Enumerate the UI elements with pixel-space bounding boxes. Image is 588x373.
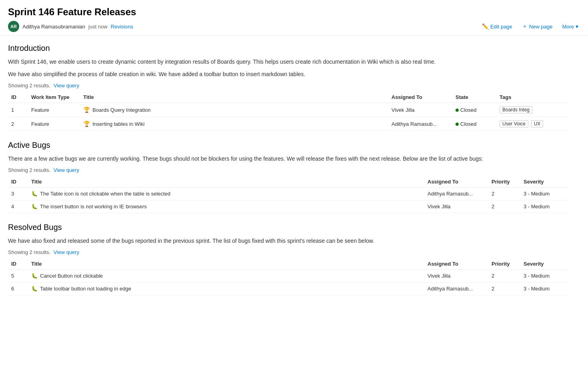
- row-title: 🐛 Table toolbar button not loading in ed…: [28, 282, 424, 295]
- intro-view-query-link[interactable]: View query: [54, 83, 79, 89]
- row-assigned: Adithya Ramasub...: [424, 282, 488, 295]
- row-assigned: Adithya Ramasub...: [388, 117, 452, 131]
- content: Introduction With Sprint 146, we enable …: [0, 36, 576, 306]
- row-priority: 2: [488, 200, 520, 213]
- intro-results-text: Showing 2 results.: [8, 83, 50, 89]
- table-row: 1 Feature 🏆 Boards Query Integration Viv…: [8, 103, 568, 117]
- row-title: 🏆 Boards Query Integration: [80, 103, 388, 117]
- more-button[interactable]: More ▾: [560, 22, 580, 30]
- row-assigned: Adithya Ramasub...: [424, 188, 488, 200]
- row-priority: 2: [488, 282, 520, 295]
- edit-icon: ✏️: [482, 23, 489, 30]
- table-row: 6 🐛 Table toolbar button not loading in …: [8, 282, 568, 295]
- intro-paragraph-2: We have also simplified the process of t…: [8, 70, 568, 79]
- bug-icon: 🐛: [31, 191, 38, 197]
- col-header-severity: Severity: [520, 258, 568, 270]
- active-bugs-table-header: ID Title Assigned To Priority Severity: [8, 176, 568, 188]
- intro-table: ID Work Item Type Title Assigned To Stat…: [8, 92, 568, 131]
- row-assigned: Vivek Jilla: [388, 103, 452, 117]
- section-title-resolved-bugs: Resolved Bugs: [8, 223, 568, 232]
- row-title: 🐛 The Table icon is not clickable when t…: [28, 188, 424, 200]
- page-title: Sprint 146 Feature Releases: [8, 6, 580, 18]
- table-row: 5 🐛 Cancel Button not clickable Vivek Ji…: [8, 270, 568, 282]
- new-page-button[interactable]: ＋ New page: [520, 22, 554, 31]
- col-header-id: ID: [8, 92, 28, 103]
- col-header-title: Title: [28, 258, 424, 270]
- row-priority: 2: [488, 270, 520, 282]
- col-header-assigned: Assigned To: [424, 176, 488, 188]
- intro-results-meta: Showing 2 results. View query: [8, 83, 568, 89]
- avatar: AR: [8, 21, 19, 32]
- col-header-id: ID: [8, 258, 28, 270]
- section-title-intro: Introduction: [8, 44, 568, 53]
- row-severity: 3 - Medium: [520, 188, 568, 200]
- meta-left: AR Adithya Ramasubramanian just now Revi…: [8, 21, 133, 32]
- active-bugs-view-query-link[interactable]: View query: [54, 167, 79, 173]
- active-bugs-results-text: Showing 2 results.: [8, 167, 50, 173]
- meta-bar: AR Adithya Ramasubramanian just now Revi…: [8, 21, 580, 35]
- meta-right: ✏️ Edit page ＋ New page More ▾: [480, 22, 580, 31]
- tag-pill: User Voice: [500, 120, 528, 127]
- resolved-bugs-view-query-link[interactable]: View query: [54, 249, 79, 255]
- row-assigned: Vivek Jilla: [424, 200, 488, 213]
- tag-pill: Boards Integ: [500, 106, 532, 113]
- row-priority: 2: [488, 188, 520, 200]
- feature-icon: 🏆: [83, 107, 90, 113]
- col-header-priority: Priority: [488, 258, 520, 270]
- row-id: 6: [8, 282, 28, 295]
- feature-icon: 🏆: [83, 121, 90, 127]
- edit-page-button[interactable]: ✏️ Edit page: [480, 22, 514, 30]
- col-header-title: Title: [80, 92, 388, 103]
- status-dot: [456, 109, 459, 112]
- chevron-down-icon: ▾: [576, 23, 578, 30]
- timestamp: just now: [88, 24, 108, 30]
- author-name: Adithya Ramasubramanian: [22, 24, 85, 30]
- active-bugs-table: ID Title Assigned To Priority Severity 3…: [8, 176, 568, 213]
- col-header-state: State: [452, 92, 496, 103]
- revisions-link[interactable]: Revisions: [111, 24, 133, 30]
- row-state: Closed: [452, 117, 496, 131]
- col-header-type: Work Item Type: [28, 92, 80, 103]
- status-dot: [456, 123, 459, 126]
- row-state: Closed: [452, 103, 496, 117]
- row-type: Feature: [28, 103, 80, 117]
- table-row: 2 Feature 🏆 Inserting tables in Wiki Adi…: [8, 117, 568, 131]
- bug-icon: 🐛: [31, 204, 38, 210]
- row-id: 4: [8, 200, 28, 213]
- bug-icon: 🐛: [31, 273, 38, 279]
- row-assigned: Vivek Jilla: [424, 270, 488, 282]
- row-id: 1: [8, 103, 28, 117]
- col-header-severity: Severity: [520, 176, 568, 188]
- section-title-active-bugs: Active Bugs: [8, 141, 568, 150]
- col-header-title: Title: [28, 176, 424, 188]
- intro-table-header: ID Work Item Type Title Assigned To Stat…: [8, 92, 568, 103]
- resolved-bugs-results-meta: Showing 2 results. View query: [8, 249, 568, 255]
- col-header-assigned: Assigned To: [424, 258, 488, 270]
- active-bugs-paragraph: There are a few active bugs we are curre…: [8, 155, 568, 163]
- active-bugs-results-meta: Showing 2 results. View query: [8, 167, 568, 173]
- row-type: Feature: [28, 117, 80, 131]
- col-header-priority: Priority: [488, 176, 520, 188]
- row-tags: User Voice UX: [496, 117, 568, 131]
- page-header: Sprint 146 Feature Releases AR Adithya R…: [0, 0, 588, 36]
- row-id: 3: [8, 188, 28, 200]
- row-tags: Boards Integ: [496, 103, 568, 117]
- resolved-bugs-table-header: ID Title Assigned To Priority Severity: [8, 258, 568, 270]
- tag-pill: UX: [531, 120, 544, 127]
- row-title: 🏆 Inserting tables in Wiki: [80, 117, 388, 131]
- row-severity: 3 - Medium: [520, 200, 568, 213]
- bug-icon: 🐛: [31, 286, 38, 292]
- resolved-bugs-table: ID Title Assigned To Priority Severity 5…: [8, 258, 568, 295]
- row-title: 🐛 Cancel Button not clickable: [28, 270, 424, 282]
- row-severity: 3 - Medium: [520, 282, 568, 295]
- table-row: 3 🐛 The Table icon is not clickable when…: [8, 188, 568, 200]
- col-header-id: ID: [8, 176, 28, 188]
- col-header-assigned: Assigned To: [388, 92, 452, 103]
- row-severity: 3 - Medium: [520, 270, 568, 282]
- row-id: 5: [8, 270, 28, 282]
- col-header-tags: Tags: [496, 92, 568, 103]
- resolved-bugs-results-text: Showing 2 results.: [8, 249, 50, 255]
- resolved-bugs-paragraph: We have also fixed and released some of …: [8, 237, 568, 245]
- plus-icon: ＋: [522, 23, 528, 30]
- intro-paragraph-1: With Sprint 146, we enable users to crea…: [8, 58, 568, 66]
